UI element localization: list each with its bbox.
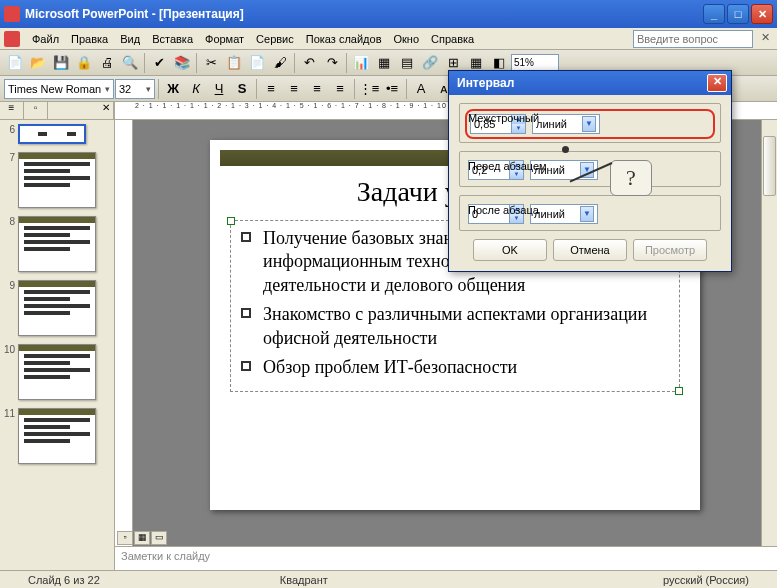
- menu-view[interactable]: Вид: [114, 31, 146, 47]
- sep: [406, 79, 407, 99]
- doc-icon: [4, 31, 20, 47]
- ok-button[interactable]: OK: [473, 239, 547, 261]
- spin-down-icon[interactable]: ▼: [511, 124, 525, 133]
- hyperlink-button[interactable]: 🔗: [419, 52, 441, 74]
- preview-button[interactable]: Просмотр: [633, 239, 707, 261]
- align-justify-button[interactable]: ≡: [329, 78, 351, 100]
- maximize-button[interactable]: □: [727, 4, 749, 24]
- menu-format[interactable]: Формат: [199, 31, 250, 47]
- zoom-combo[interactable]: 51%: [511, 54, 559, 72]
- align-left-button[interactable]: ≡: [260, 78, 282, 100]
- redo-button[interactable]: ↷: [321, 52, 343, 74]
- outline-tab[interactable]: ≡: [0, 102, 24, 119]
- spell-button[interactable]: ✔: [148, 52, 170, 74]
- close-pane-button[interactable]: ✕: [48, 102, 114, 119]
- thumbnail-pane: ≡ ▫ ✕ 6 7 8 9 10 11: [0, 102, 115, 570]
- menu-help[interactable]: Справка: [425, 31, 480, 47]
- status-language[interactable]: русский (Россия): [643, 574, 769, 586]
- dialog-titlebar[interactable]: Интервал ✕: [449, 71, 731, 95]
- after-paragraph-group: После абзаца ▲▼ линий▼: [459, 195, 721, 231]
- permission-button[interactable]: 🔒: [73, 52, 95, 74]
- chart-button[interactable]: 📊: [350, 52, 372, 74]
- thumbnail-row[interactable]: 7: [4, 152, 110, 208]
- before-paragraph-group: Перед абзацем ▲▼ линий▼: [459, 151, 721, 187]
- thumbnail[interactable]: [18, 344, 96, 400]
- thumbnail-row[interactable]: 11: [4, 408, 110, 464]
- thumbnail[interactable]: [18, 152, 96, 208]
- thumbnail[interactable]: [18, 408, 96, 464]
- copy-button[interactable]: 📋: [223, 52, 245, 74]
- menu-tools[interactable]: Сервис: [250, 31, 300, 47]
- thumbnail-row[interactable]: 8: [4, 216, 110, 272]
- underline-button[interactable]: Ч: [208, 78, 230, 100]
- shadow-button[interactable]: S: [231, 78, 253, 100]
- zoom-value: 51%: [514, 57, 534, 68]
- bullet-item[interactable]: Знакомство с различными аспектами органи…: [241, 303, 669, 350]
- line-spacing-unit-select[interactable]: линий▼: [532, 114, 600, 134]
- normal-view-button[interactable]: ▫: [117, 531, 133, 545]
- thumbnail-row[interactable]: 10: [4, 344, 110, 400]
- close-button[interactable]: ✕: [751, 4, 773, 24]
- ruler-vertical: [115, 120, 133, 546]
- cancel-button[interactable]: Отмена: [553, 239, 627, 261]
- numbering-button[interactable]: ⋮≡: [358, 78, 380, 100]
- thumb-number: 6: [4, 124, 18, 135]
- slides-tab[interactable]: ▫: [24, 102, 48, 119]
- bullet-icon: [241, 308, 251, 318]
- open-button[interactable]: 📂: [27, 52, 49, 74]
- chevron-down-icon[interactable]: ▼: [580, 206, 594, 222]
- notes-pane[interactable]: Заметки к слайду: [115, 546, 777, 570]
- new-button[interactable]: 📄: [4, 52, 26, 74]
- preview-button[interactable]: 🔍: [119, 52, 141, 74]
- research-button[interactable]: 📚: [171, 52, 193, 74]
- fontsize-combo[interactable]: 32▾: [115, 79, 155, 99]
- bullet-icon: [241, 232, 251, 242]
- bold-button[interactable]: Ж: [162, 78, 184, 100]
- thumbnail-row[interactable]: 9: [4, 280, 110, 336]
- print-button[interactable]: 🖨: [96, 52, 118, 74]
- thumbnail[interactable]: [18, 216, 96, 272]
- italic-button[interactable]: К: [185, 78, 207, 100]
- sep: [158, 79, 159, 99]
- help-callout: ?: [610, 160, 652, 196]
- slideshow-view-button[interactable]: ▭: [151, 531, 167, 545]
- font-combo[interactable]: Times New Roman▾: [4, 79, 114, 99]
- thumbnail-row[interactable]: 6: [4, 124, 110, 144]
- cut-button[interactable]: ✂: [200, 52, 222, 74]
- align-right-button[interactable]: ≡: [306, 78, 328, 100]
- align-center-button[interactable]: ≡: [283, 78, 305, 100]
- thumbnail[interactable]: [18, 280, 96, 336]
- mdi-close-button[interactable]: ✕: [757, 31, 773, 47]
- sorter-view-button[interactable]: ▦: [134, 531, 150, 545]
- save-button[interactable]: 💾: [50, 52, 72, 74]
- bullets-button[interactable]: •≡: [381, 78, 403, 100]
- group-label: Межстрочный: [468, 112, 539, 124]
- format-painter-button[interactable]: 🖌: [269, 52, 291, 74]
- menu-file[interactable]: Файл: [26, 31, 65, 47]
- tables-button[interactable]: ▤: [396, 52, 418, 74]
- sep: [196, 53, 197, 73]
- after-unit-select[interactable]: линий▼: [530, 204, 598, 224]
- paste-button[interactable]: 📄: [246, 52, 268, 74]
- vertical-scrollbar[interactable]: [761, 120, 777, 546]
- unit-label: линий: [536, 118, 567, 130]
- bullet-text: Обзор проблем ИТ-безопасности: [263, 356, 517, 379]
- menu-window[interactable]: Окно: [388, 31, 426, 47]
- table-button[interactable]: ▦: [373, 52, 395, 74]
- undo-button[interactable]: ↶: [298, 52, 320, 74]
- minimize-button[interactable]: _: [703, 4, 725, 24]
- bullet-item[interactable]: Обзор проблем ИТ-безопасности: [241, 356, 669, 379]
- menu-edit[interactable]: Правка: [65, 31, 114, 47]
- font-name: Times New Roman: [8, 83, 101, 95]
- window-titlebar: Microsoft PowerPoint - [Презентация] _ □…: [0, 0, 777, 28]
- ask-question-input[interactable]: [633, 30, 753, 48]
- increase-font-button[interactable]: A: [410, 78, 432, 100]
- dialog-close-button[interactable]: ✕: [707, 74, 727, 92]
- menu-insert[interactable]: Вставка: [146, 31, 199, 47]
- scrollbar-thumb[interactable]: [763, 136, 776, 196]
- menu-slideshow[interactable]: Показ слайдов: [300, 31, 388, 47]
- group-label: Перед абзацем: [468, 160, 547, 172]
- sep: [346, 53, 347, 73]
- thumbnail[interactable]: [18, 124, 86, 144]
- chevron-down-icon[interactable]: ▼: [582, 116, 596, 132]
